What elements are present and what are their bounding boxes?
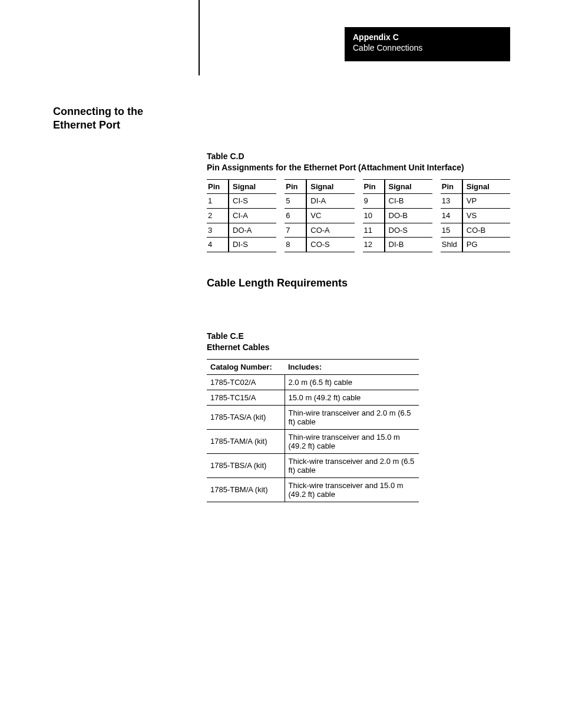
pin-col-0: Pin Signal 1 CI-S 2 CI-A 3 DO-A 4 bbox=[207, 179, 276, 252]
table-d-title: Pin Assignments for the Ethernet Port (A… bbox=[207, 162, 510, 173]
pin-cell: 10 bbox=[363, 211, 384, 220]
section-heading: Connecting to the Ethernet Port bbox=[53, 105, 183, 131]
catalog-cell: 1785-TBM/A (kit) bbox=[207, 477, 285, 502]
signal-cell: VC bbox=[307, 211, 354, 220]
vertical-divider bbox=[199, 0, 200, 75]
table-d-label: Table C.D bbox=[207, 151, 510, 162]
table-row: 1785-TBS/A (kit) Thick-wire transceiver … bbox=[207, 453, 419, 477]
pin-cell: 8 bbox=[285, 240, 306, 249]
pin-assignment-table: Pin Signal 1 CI-S 2 CI-A 3 DO-A 4 bbox=[207, 179, 510, 252]
page-header: Appendix C Cable Connections bbox=[345, 27, 510, 61]
pin-cell: 3 bbox=[207, 226, 228, 235]
table-row: 7 CO-A bbox=[285, 223, 354, 238]
signal-cell: DO-A bbox=[229, 226, 276, 235]
includes-cell: Thin-wire transceiver and 2.0 m (6.5 ft)… bbox=[285, 405, 419, 429]
table-row: 1 CI-S bbox=[207, 194, 276, 209]
pin-col-head: Pin Signal bbox=[285, 179, 354, 195]
pin-cell: 6 bbox=[285, 211, 306, 220]
catalog-cell: 1785-TBS/A (kit) bbox=[207, 453, 285, 477]
pin-cell: 13 bbox=[441, 196, 462, 206]
signal-cell: CI-B bbox=[385, 196, 432, 206]
catalog-cell: 1785-TC15/A bbox=[207, 390, 285, 405]
pin-cell: 2 bbox=[207, 211, 228, 220]
table-row: 10 DO-B bbox=[363, 209, 432, 223]
catalog-cell: 1785-TAM/A (kit) bbox=[207, 429, 285, 453]
signal-cell: CO-A bbox=[307, 226, 354, 235]
table-row: 14 VS bbox=[441, 209, 510, 223]
appendix-subtitle: Cable Connections bbox=[353, 42, 502, 53]
table-row: 8 CO-S bbox=[285, 238, 354, 252]
content-column: Table C.D Pin Assignments for the Ethern… bbox=[207, 151, 510, 502]
signal-header: Signal bbox=[307, 182, 354, 192]
table-row: 1785-TAS/A (kit) Thin-wire transceiver a… bbox=[207, 405, 419, 429]
pin-cell: 11 bbox=[363, 226, 384, 235]
table-row: 3 DO-A bbox=[207, 223, 276, 238]
pin-col-3: Pin Signal 13 VP 14 VS 15 CO-B Shld bbox=[441, 179, 510, 252]
table-row: 2 CI-A bbox=[207, 209, 276, 223]
catalog-cell: 1785-TC02/A bbox=[207, 374, 285, 390]
signal-cell: DI-B bbox=[385, 240, 432, 249]
pin-cell: 4 bbox=[207, 240, 228, 249]
table-row: 5 DI-A bbox=[285, 194, 354, 209]
pin-header: Pin bbox=[363, 182, 384, 192]
table-row: 1785-TAM/A (kit) Thin-wire transceiver a… bbox=[207, 429, 419, 453]
table-row: 1785-TC15/A 15.0 m (49.2 ft) cable bbox=[207, 390, 419, 405]
catalog-header: Catalog Number: bbox=[207, 359, 285, 374]
table-row: 4 DI-S bbox=[207, 238, 276, 252]
pin-cell: 1 bbox=[207, 196, 228, 206]
signal-cell: DI-A bbox=[307, 196, 354, 206]
pin-header: Pin bbox=[285, 182, 306, 192]
signal-cell: VS bbox=[463, 211, 510, 220]
signal-cell: CO-S bbox=[307, 240, 354, 249]
table-d-caption: Table C.D Pin Assignments for the Ethern… bbox=[207, 151, 510, 173]
signal-cell: DO-S bbox=[385, 226, 432, 235]
includes-header: Includes: bbox=[285, 359, 419, 374]
table-e-caption: Table C.E Ethernet Cables bbox=[207, 331, 510, 353]
includes-cell: Thin-wire transceiver and 15.0 m (49.2 f… bbox=[285, 429, 419, 453]
table-row: 1785-TBM/A (kit) Thick-wire transceiver … bbox=[207, 477, 419, 502]
pin-cell: 12 bbox=[363, 240, 384, 249]
signal-header: Signal bbox=[229, 182, 276, 192]
table-row: 13 VP bbox=[441, 194, 510, 209]
signal-cell: CI-A bbox=[229, 211, 276, 220]
table-row: Shld PG bbox=[441, 238, 510, 252]
table-row: 11 DO-S bbox=[363, 223, 432, 238]
appendix-label: Appendix C bbox=[353, 32, 502, 42]
table-head-row: Catalog Number: Includes: bbox=[207, 359, 419, 374]
pin-col-head: Pin Signal bbox=[207, 179, 276, 195]
signal-header: Signal bbox=[463, 182, 510, 192]
cable-length-heading: Cable Length Requirements bbox=[207, 277, 510, 289]
table-row: 9 CI-B bbox=[363, 194, 432, 209]
signal-header: Signal bbox=[385, 182, 432, 192]
pin-cell: 7 bbox=[285, 226, 306, 235]
table-e-title: Ethernet Cables bbox=[207, 342, 510, 353]
table-e-label: Table C.E bbox=[207, 331, 510, 342]
signal-cell: CI-S bbox=[229, 196, 276, 206]
ethernet-cables-table: Catalog Number: Includes: 1785-TC02/A 2.… bbox=[207, 359, 419, 502]
pin-col-2: Pin Signal 9 CI-B 10 DO-B 11 DO-S 12 bbox=[363, 179, 432, 252]
table-row: 1785-TC02/A 2.0 m (6.5 ft) cable bbox=[207, 374, 419, 390]
signal-cell: DO-B bbox=[385, 211, 432, 220]
catalog-cell: 1785-TAS/A (kit) bbox=[207, 405, 285, 429]
pin-cell: 15 bbox=[441, 226, 462, 235]
table-row: 12 DI-B bbox=[363, 238, 432, 252]
signal-cell: VP bbox=[463, 196, 510, 206]
pin-header: Pin bbox=[441, 182, 462, 192]
pin-col-1: Pin Signal 5 DI-A 6 VC 7 CO-A 8 bbox=[285, 179, 354, 252]
table-row: 15 CO-B bbox=[441, 223, 510, 238]
includes-cell: 2.0 m (6.5 ft) cable bbox=[285, 374, 419, 390]
pin-col-head: Pin Signal bbox=[441, 179, 510, 195]
pin-cell: Shld bbox=[441, 240, 462, 249]
includes-cell: Thick-wire transceiver and 15.0 m (49.2 … bbox=[285, 477, 419, 502]
signal-cell: CO-B bbox=[463, 226, 510, 235]
signal-cell: PG bbox=[463, 240, 510, 249]
includes-cell: Thick-wire transceiver and 2.0 m (6.5 ft… bbox=[285, 453, 419, 477]
includes-cell: 15.0 m (49.2 ft) cable bbox=[285, 390, 419, 405]
pin-cell: 9 bbox=[363, 196, 384, 206]
pin-header: Pin bbox=[207, 182, 228, 192]
pin-cell: 14 bbox=[441, 211, 462, 220]
signal-cell: DI-S bbox=[229, 240, 276, 249]
table-row: 6 VC bbox=[285, 209, 354, 223]
pin-cell: 5 bbox=[285, 196, 306, 206]
pin-col-head: Pin Signal bbox=[363, 179, 432, 195]
